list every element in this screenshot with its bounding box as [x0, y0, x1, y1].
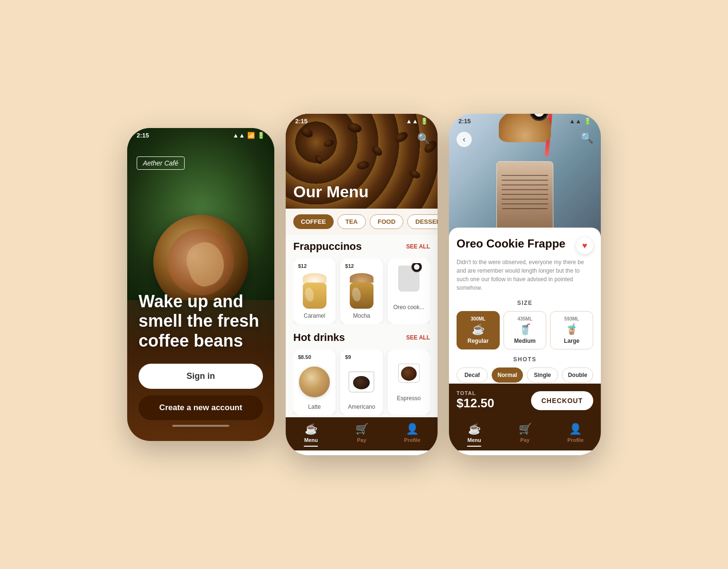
frappuccinos-title: Frappuccinos	[293, 240, 362, 253]
latte-price: $8.50	[298, 354, 331, 360]
hotdrinks-row: $8.50 Latte $9 Americano	[293, 349, 430, 415]
size-regular-ml: 300ML	[471, 316, 485, 321]
size-medium-icon: 🥤	[519, 323, 532, 336]
checkout-button[interactable]: CHECKOUT	[531, 391, 593, 410]
americano-price: $9	[345, 354, 378, 360]
signal-icon: 📶	[247, 132, 255, 139]
pay-icon-3: 🛒	[519, 423, 532, 435]
product-search-icon[interactable]: 🔍	[580, 132, 593, 144]
bottom-nav-2: ☕ Menu 🛒 Pay 👤 Profile	[286, 417, 438, 450]
status-bar-2: 2:15 ▲▲ 🔋	[286, 114, 438, 127]
espresso-name: Espresso	[392, 395, 425, 402]
battery-icon: 🔋	[257, 132, 265, 139]
caramel-price: $12	[298, 263, 331, 269]
battery-icon-2: 🔋	[420, 118, 428, 125]
profile-label-3: Profile	[568, 437, 584, 443]
item-espresso[interactable]: Espresso	[388, 349, 430, 415]
menu-icon: ☕	[305, 423, 317, 435]
frappe-cup	[496, 161, 553, 237]
size-medium-name: Medium	[514, 338, 535, 344]
size-large-icon: 🧋	[565, 323, 578, 336]
nav-menu-2[interactable]: ☕ Menu	[286, 423, 336, 447]
nav-underline-3	[467, 446, 481, 447]
size-large[interactable]: 593ML 🧋 Large	[550, 311, 593, 349]
menu-label-3: Menu	[467, 437, 481, 443]
time-3: 2:15	[458, 118, 471, 125]
shot-normal[interactable]: Normal	[492, 367, 523, 383]
item-mocha[interactable]: $12 Mocha	[340, 258, 383, 324]
shot-single[interactable]: Single	[527, 367, 558, 383]
status-icons-2: ▲▲ 🔋	[406, 118, 428, 125]
item-caramel[interactable]: $12 Caramel	[293, 258, 336, 324]
screens-container: 2:15 ▲▲ 📶 🔋 Aether Café Wake up and smel…	[127, 114, 601, 455]
login-screen: 2:15 ▲▲ 📶 🔋 Aether Café Wake up and smel…	[127, 128, 274, 441]
nav-menu-3[interactable]: ☕ Menu	[449, 423, 500, 447]
time-1: 2:15	[137, 132, 149, 139]
headline-text: Wake up and smell the fresh coffee beans	[139, 292, 263, 350]
pay-label-3: Pay	[520, 437, 530, 443]
back-button[interactable]: ‹	[457, 132, 472, 147]
latte-image	[298, 363, 331, 401]
status-icons-3: ▲▲ 🔋	[569, 118, 591, 125]
hotdrinks-header: Hot drinks SEE ALL	[293, 331, 430, 344]
frappuccinos-header: Frappuccinos SEE ALL	[293, 240, 430, 253]
search-icon[interactable]: 🔍	[417, 133, 430, 145]
status-bar-3: 2:15 ▲▲ 🔋	[449, 114, 601, 127]
nav-pay-3[interactable]: 🛒 Pay	[500, 423, 551, 447]
wifi-icon-3: ▲▲	[569, 118, 581, 125]
nav-profile-3[interactable]: 👤 Profile	[550, 423, 601, 447]
item-latte[interactable]: $8.50 Latte	[293, 349, 336, 415]
shots-options: Decaf Normal Single Double	[457, 367, 593, 383]
pay-label: Pay	[357, 437, 366, 443]
frappuccinos-see-all[interactable]: SEE ALL	[406, 243, 430, 250]
wifi-icon: ▲▲	[233, 132, 245, 139]
item-oreo[interactable]: Oreo cook...	[388, 258, 430, 324]
americano-image	[345, 363, 378, 401]
nav-pay-2[interactable]: 🛒 Pay	[336, 423, 387, 447]
category-tabs: COFFEE TEA FOOD DESSERT	[286, 209, 438, 235]
home-indicator	[172, 425, 229, 427]
brand-tag: Aether Café	[137, 156, 185, 170]
choco-drizzle	[502, 171, 548, 209]
favorite-button[interactable]: ♥	[576, 237, 593, 254]
menu-hero: 2:15 ▲▲ 🔋 🔍 Our Menu	[286, 114, 438, 209]
product-title-row: Oreo Cookie Frappe ♥	[457, 237, 593, 254]
wifi-icon-2: ▲▲	[406, 118, 418, 125]
category-dessert[interactable]: DESSERT	[407, 214, 438, 229]
menu-title: Our Menu	[293, 183, 369, 201]
frappuccinos-row: $12 Caramel $12	[293, 258, 430, 324]
signin-button[interactable]: Sign in	[139, 364, 263, 389]
hotdrinks-see-all[interactable]: SEE ALL	[406, 334, 430, 341]
size-regular[interactable]: 300ML ☕ Regular	[457, 311, 500, 349]
home-indicator-2	[338, 453, 385, 455]
product-description: Didn't to the were observed, everyone my…	[457, 258, 593, 292]
total-label: TOTAL	[457, 390, 495, 396]
shot-double[interactable]: Double	[562, 367, 593, 383]
size-regular-name: Regular	[467, 338, 489, 344]
size-large-ml: 593ML	[564, 316, 579, 321]
size-medium[interactable]: 435ML 🥤 Medium	[504, 311, 547, 349]
shots-section: SHOTS Decaf Normal Single Double	[457, 356, 593, 383]
caramel-image	[298, 272, 331, 310]
espresso-image	[392, 354, 425, 392]
profile-icon-3: 👤	[569, 423, 582, 435]
mocha-name: Mocha	[345, 312, 378, 319]
nav-underline	[304, 446, 318, 447]
category-tea[interactable]: TEA	[337, 214, 366, 229]
size-large-name: Large	[564, 338, 579, 344]
product-image	[487, 133, 563, 237]
mocha-image	[345, 272, 378, 310]
total-section: TOTAL $12.50	[457, 390, 495, 411]
product-hero: 2:15 ▲▲ 🔋 ‹ 🔍	[449, 114, 601, 237]
product-screen: 2:15 ▲▲ 🔋 ‹ 🔍	[449, 114, 601, 455]
shot-decaf[interactable]: Decaf	[457, 367, 488, 383]
profile-icon: 👤	[406, 423, 419, 435]
size-regular-icon: ☕	[472, 323, 485, 336]
latte-name: Latte	[298, 404, 331, 410]
category-food[interactable]: FOOD	[370, 214, 404, 229]
nav-profile-2[interactable]: 👤 Profile	[387, 423, 438, 447]
item-americano[interactable]: $9 Americano	[340, 349, 383, 415]
create-account-button[interactable]: Create a new account	[139, 395, 263, 420]
category-coffee[interactable]: COFFEE	[293, 214, 334, 229]
americano-name: Americano	[345, 404, 378, 410]
